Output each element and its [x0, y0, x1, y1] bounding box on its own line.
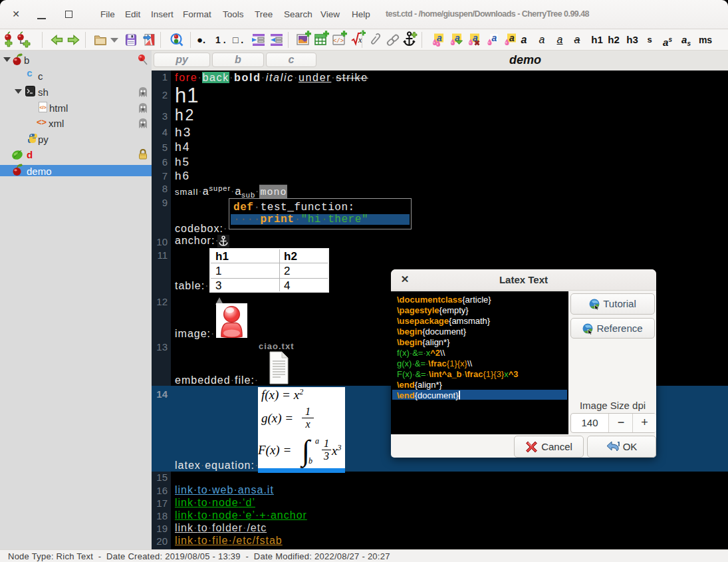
svg-text:a: a: [492, 33, 497, 43]
svg-text:</>: </>: [39, 105, 46, 110]
svg-text:a: a: [509, 33, 515, 43]
svg-text:</>: </>: [333, 38, 344, 45]
